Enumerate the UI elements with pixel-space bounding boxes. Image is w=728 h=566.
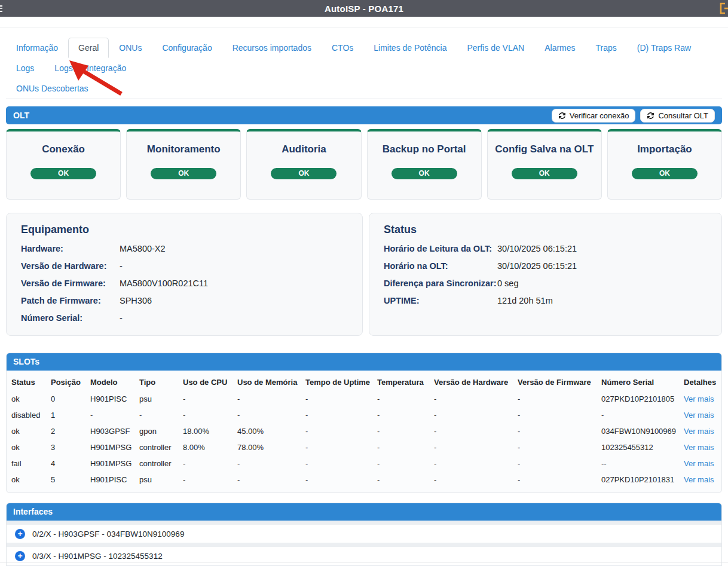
tab-d-traps-raw[interactable]: (D) Traps Raw — [627, 38, 701, 58]
table-cell: 78.00% — [233, 439, 301, 455]
tab-traps[interactable]: Traps — [586, 38, 627, 58]
table-row: ok2H903GPSFgpon18.00%45.00%----034FBW10N… — [7, 423, 721, 439]
table-cell: - — [429, 391, 513, 407]
status-card-config-salva-na-olt: Config Salva na OLTOK — [487, 129, 602, 200]
tab-geral[interactable]: Geral — [68, 38, 109, 58]
status-rows: Horário de Leitura da OLT:30/10/2025 06:… — [384, 244, 707, 305]
window-title: AutoISP - POA171 — [325, 4, 403, 14]
olt-header-buttons: Verificar conexão Consultar OLT — [552, 109, 715, 123]
table-cell: - — [301, 472, 372, 488]
table-cell: - — [301, 439, 372, 455]
tab-alarmes[interactable]: Alarmes — [534, 38, 585, 58]
table-cell: - — [178, 455, 233, 472]
olt-panel-header: OLT Verificar conexão Co — [6, 106, 722, 124]
status-card-title: Auditoria — [247, 143, 360, 155]
table-cell: - — [301, 455, 372, 472]
status-card-monitoramento: MonitoramentoOK — [126, 129, 241, 200]
ver-mais-link[interactable]: Ver mais — [684, 427, 714, 436]
tab-logs-de-integra-o[interactable]: Logs de Integração — [44, 58, 136, 78]
interface-row[interactable]: +0/2/X - H903GPSF - 034FBW10N9100969 — [7, 525, 721, 543]
ver-mais-link[interactable]: Ver mais — [684, 411, 714, 420]
menu-icon[interactable] — [0, 5, 2, 12]
plus-circle-icon[interactable]: + — [15, 529, 25, 539]
logout-icon[interactable] — [719, 2, 728, 14]
status-card-importa-o: ImportaçãoOK — [607, 129, 722, 200]
status-badge: OK — [271, 168, 337, 179]
equipment-card: Equipamento Hardware:MA5800-X2Versão de … — [6, 213, 363, 336]
info-label: Versão de Hardware: — [21, 261, 120, 271]
status-cards-row: ConexãoOKMonitoramentoOKAuditoriaOKBacku… — [6, 129, 722, 200]
info-label: Horário na OLT: — [384, 261, 497, 271]
status-card-title: Conexão — [7, 143, 120, 155]
consultar-olt-button[interactable]: Consultar OLT — [640, 109, 715, 123]
info-value: SPH306 — [120, 296, 152, 305]
column-header-status: Status — [7, 372, 46, 391]
status-card-title: Monitoramento — [127, 143, 240, 155]
status-card-backup-no-portal: Backup no PortalOK — [367, 129, 482, 200]
table-cell: 5 — [46, 472, 85, 488]
verificar-conexao-button[interactable]: Verificar conexão — [552, 109, 636, 123]
status-card-title: Importação — [608, 143, 721, 155]
table-cell: 0 — [46, 391, 85, 407]
table-cell: 4 — [46, 455, 85, 472]
table-cell: gpon — [134, 423, 178, 439]
column-header-tipo: Tipo — [134, 372, 178, 391]
info-value: MA5800-X2 — [120, 244, 166, 253]
info-label: Diferença para Sincronizar: — [384, 279, 497, 288]
tab-configura-o[interactable]: Configuração — [152, 38, 222, 58]
plus-circle-icon[interactable]: + — [15, 551, 25, 561]
ver-mais-link[interactable]: Ver mais — [684, 394, 714, 403]
olt-panel: OLT Verificar conexão Co — [6, 106, 722, 336]
table-cell-details: Ver mais — [679, 455, 721, 472]
table-cell: - — [301, 407, 372, 423]
interfaces-title: Interfaces — [13, 507, 53, 516]
table-cell: - — [233, 455, 301, 472]
interface-label: 0/2/X - H903GPSF - 034FBW10N9100969 — [32, 530, 184, 539]
app-topbar: AutoISP - POA171 — [0, 0, 728, 17]
info-value: 121d 20h 51m — [497, 296, 553, 305]
tab-onus[interactable]: ONUs — [109, 38, 152, 58]
table-cell: ok — [7, 439, 46, 455]
info-value: - — [120, 261, 123, 271]
column-header-tempo-de-uptime: Tempo de Uptime — [301, 372, 372, 391]
table-cell: - — [372, 455, 429, 472]
table-cell: 034FBW10N9100969 — [597, 423, 679, 439]
status-card-title: Config Salva na OLT — [488, 143, 601, 155]
table-cell: psu — [134, 472, 178, 488]
table-cell: - — [513, 407, 597, 423]
table-cell: H901MPSG — [85, 455, 134, 472]
table-cell: 2 — [46, 423, 85, 439]
column-header-n-mero-serial: Número Serial — [597, 372, 679, 391]
tab-recursos-importados[interactable]: Recursos importados — [222, 38, 322, 58]
ver-mais-link[interactable]: Ver mais — [684, 443, 714, 452]
table-cell: - — [301, 423, 372, 439]
tab-informa-o[interactable]: Informação — [6, 38, 68, 58]
tab-limites-de-pot-ncia[interactable]: Limites de Potência — [363, 38, 457, 58]
main-content: InformaçãoGeralONUsConfiguraçãoRecursos … — [0, 38, 728, 566]
tab-perfis-de-vlan[interactable]: Perfis de VLAN — [457, 38, 534, 58]
slots-table: StatusPosiçãoModeloTipoUso de CPUUso de … — [7, 372, 721, 488]
status-badge: OK — [151, 168, 216, 179]
info-value: 30/10/2025 06:15:21 — [497, 261, 577, 271]
column-header-vers-o-de-hardware: Versão de Hardware — [429, 372, 513, 391]
status-card-auditoria: AuditoriaOK — [246, 129, 361, 200]
info-row-item: Diferença para Sincronizar:0 seg — [384, 279, 707, 288]
interfaces-section: Interfaces +0/2/X - H903GPSF - 034FBW10N… — [6, 503, 722, 566]
table-cell: 027PKD10P2101805 — [597, 391, 679, 407]
table-cell: - — [429, 439, 513, 455]
tabs: InformaçãoGeralONUsConfiguraçãoRecursos … — [6, 38, 722, 99]
table-cell: - — [429, 472, 513, 488]
tab-onus-descobertas[interactable]: ONUs Descobertas — [6, 78, 99, 99]
tab-ctos[interactable]: CTOs — [322, 38, 363, 58]
ver-mais-link[interactable]: Ver mais — [684, 459, 714, 468]
tab-logs[interactable]: Logs — [6, 58, 44, 78]
status-badge: OK — [632, 168, 698, 179]
info-row: Equipamento Hardware:MA5800-X2Versão de … — [6, 213, 722, 336]
column-header-uso-de-cpu: Uso de CPU — [178, 372, 233, 391]
status-badge: OK — [512, 168, 577, 179]
table-cell: H903GPSF — [85, 423, 134, 439]
info-label: Horário de Leitura da OLT: — [384, 244, 497, 253]
table-cell: - — [513, 391, 597, 407]
ver-mais-link[interactable]: Ver mais — [684, 475, 714, 484]
table-cell: - — [372, 439, 429, 455]
